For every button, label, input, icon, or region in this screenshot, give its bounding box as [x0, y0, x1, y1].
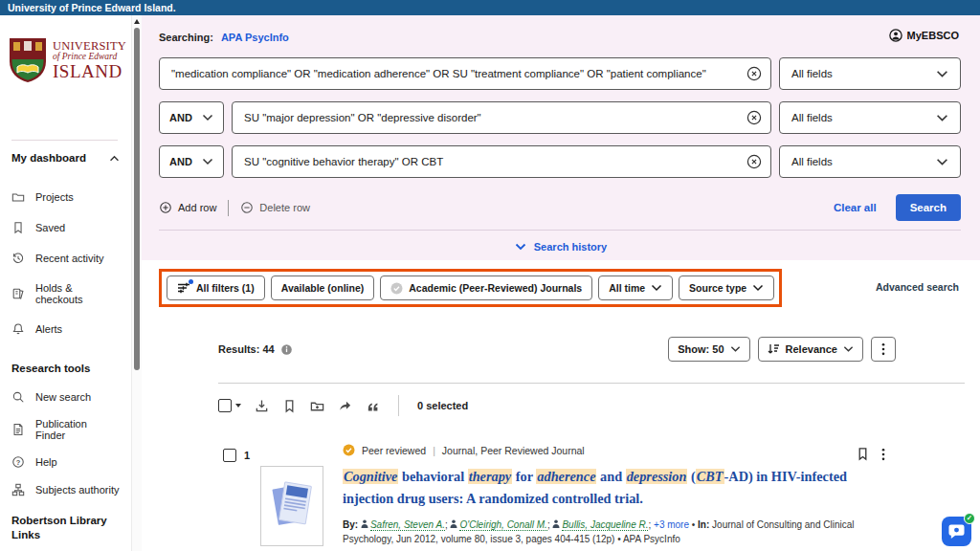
all-filters-button[interactable]: All filters (1) [167, 276, 265, 300]
result-item: 1 Peer reviewed | Journal, Peer Reviewed… [218, 444, 965, 551]
highlighted-term: Cognitive [343, 469, 398, 484]
clear-all-link[interactable]: Clear all [834, 202, 877, 213]
myebsco-button[interactable]: MyEBSCO [889, 29, 959, 42]
sidebar-item-publication-finder[interactable]: Publication Finder [11, 418, 120, 441]
download-icon[interactable] [255, 399, 269, 413]
delete-row-label: Delete row [259, 202, 310, 213]
sidebar-scrollbar[interactable] [131, 15, 142, 551]
bookmark-icon [11, 221, 25, 234]
scrollbar-thumb[interactable] [134, 28, 140, 370]
sidebar-item-label: Subjects authority [35, 484, 119, 496]
all-time-button[interactable]: All time [598, 276, 673, 300]
panel-divider [159, 230, 961, 231]
sidebar-item-recent-activity[interactable]: Recent activity [11, 252, 120, 265]
sidebar-item-saved[interactable]: Saved [11, 221, 120, 234]
available-online-label: Available (online) [281, 282, 365, 294]
upei-logo[interactable]: UNIVERSITY of Prince Edward ISLAND [8, 36, 126, 84]
field-select-3[interactable]: All fields [779, 145, 961, 178]
result-badge-row: Peer reviewed | Journal, Peer Reviewed J… [343, 444, 875, 456]
sidebar-item-subjects-authority[interactable]: Subjects authority [11, 483, 120, 496]
selection-toolbar: 0 selected [218, 383, 965, 416]
clear-input-1-button[interactable] [746, 66, 762, 81]
show-per-page-select[interactable]: Show: 50 [668, 337, 749, 362]
operator-select-3-value: AND [169, 156, 192, 167]
search-button[interactable]: Search [896, 194, 961, 221]
result-title[interactable]: Cognitive behavioral therapy for adheren… [343, 466, 875, 510]
kebab-icon [881, 342, 885, 356]
clear-input-2-button[interactable] [746, 110, 762, 125]
clear-input-3-button[interactable] [746, 154, 762, 169]
peer-reviewed-label: Peer reviewed [362, 445, 426, 456]
filter-sliders-icon [177, 282, 190, 294]
chat-bubble-icon [947, 523, 966, 540]
add-row-button[interactable]: Add row [159, 201, 216, 214]
more-authors-link[interactable]: +3 more [654, 519, 689, 530]
search-query-3: SU "cognitive behavior therapy" OR CBT [244, 156, 443, 167]
search-history-label: Search history [534, 241, 607, 253]
research-tools-section: Research tools New search Publication Fi… [11, 363, 120, 496]
scroll-up-arrow-icon[interactable] [134, 19, 140, 24]
info-icon[interactable] [280, 343, 293, 356]
folder-add-icon[interactable] [310, 399, 324, 413]
search-history-toggle[interactable]: Search history [142, 241, 980, 253]
result-checkbox[interactable] [223, 449, 236, 462]
sidebar-item-projects[interactable]: Projects [11, 190, 120, 204]
sidebar-item-alerts[interactable]: Alerts [11, 322, 120, 336]
author-link[interactable]: Safren, Steven A. [370, 519, 445, 531]
chevron-up-icon [109, 155, 120, 162]
sidebar-item-holds-checkouts[interactable]: Holds & checkouts [11, 282, 120, 305]
bookmark-icon[interactable] [856, 447, 870, 461]
result-thumbnail[interactable] [260, 466, 323, 546]
search-panel-background [142, 15, 980, 260]
plus-circle-icon [159, 201, 172, 214]
peer-reviewed-journals-label: Academic (Peer-Reviewed) Journals [409, 282, 582, 294]
advanced-search-link[interactable]: Advanced search [876, 281, 959, 293]
person-icon [361, 519, 368, 528]
myebsco-label: MyEBSCO [907, 30, 959, 41]
select-all-checkbox[interactable] [218, 399, 232, 412]
sidebar-divider [11, 140, 118, 141]
sidebar-item-new-search[interactable]: New search [11, 390, 120, 404]
database-link[interactable]: APA PsycInfo [221, 32, 289, 43]
sort-icon [768, 343, 780, 355]
field-select-1[interactable]: All fields [779, 57, 961, 90]
peer-reviewed-journals-button[interactable]: Academic (Peer-Reviewed) Journals [380, 276, 592, 300]
document-icon [11, 423, 25, 436]
history-icon [11, 252, 25, 265]
available-online-button[interactable]: Available (online) [271, 276, 375, 300]
select-dropdown-caret-icon[interactable] [235, 404, 241, 408]
search-input-3[interactable]: SU "cognitive behavior therapy" OR CBT [232, 145, 771, 178]
badge-separator: | [433, 445, 435, 456]
kebab-icon[interactable] [881, 448, 885, 461]
highlighted-term: CBT [696, 469, 724, 484]
sidebar: UNIVERSITY of Prince Edward ISLAND My da… [0, 15, 131, 551]
cite-icon[interactable] [366, 399, 380, 413]
field-select-1-value: All fields [791, 68, 833, 79]
search-query-2: SU "major depression" OR "depressive dis… [244, 112, 481, 123]
result-number: 1 [244, 450, 250, 461]
chat-widget-button[interactable]: ✓ [942, 517, 971, 546]
dashboard-section: My dashboard Projects Saved Recent activ… [11, 152, 120, 336]
dashboard-header[interactable]: My dashboard [11, 152, 120, 164]
show-per-page-value: Show: 50 [678, 343, 724, 355]
author-link[interactable]: O'Cleirigh, Conall M. [459, 519, 546, 531]
search-query-1: "medication compliance" OR "medication a… [171, 68, 706, 79]
source-type-button[interactable]: Source type [679, 276, 774, 300]
bookmark-icon[interactable] [282, 399, 297, 413]
search-input-1[interactable]: "medication compliance" OR "medication a… [159, 57, 771, 90]
sidebar-item-help[interactable]: ? Help [11, 455, 120, 469]
operator-select-2[interactable]: AND [159, 101, 224, 134]
field-select-2[interactable]: All fields [779, 101, 961, 134]
svg-text:?: ? [16, 458, 21, 467]
search-row-2: AND SU "major depression" OR "depressive… [159, 101, 961, 134]
share-icon[interactable] [338, 399, 352, 413]
results-menu-button[interactable] [871, 337, 896, 362]
delete-row-button[interactable]: Delete row [240, 201, 310, 214]
sort-select[interactable]: Relevance [758, 337, 863, 362]
upei-wordmark: UNIVERSITY of Prince Edward ISLAND [53, 40, 126, 80]
author-link[interactable]: Bullis, Jacqueline R. [562, 519, 648, 531]
research-tools-label: Research tools [11, 363, 120, 374]
select-all-control[interactable] [218, 399, 241, 412]
operator-select-3[interactable]: AND [159, 145, 224, 178]
search-input-2[interactable]: SU "major depression" OR "depressive dis… [232, 101, 771, 134]
